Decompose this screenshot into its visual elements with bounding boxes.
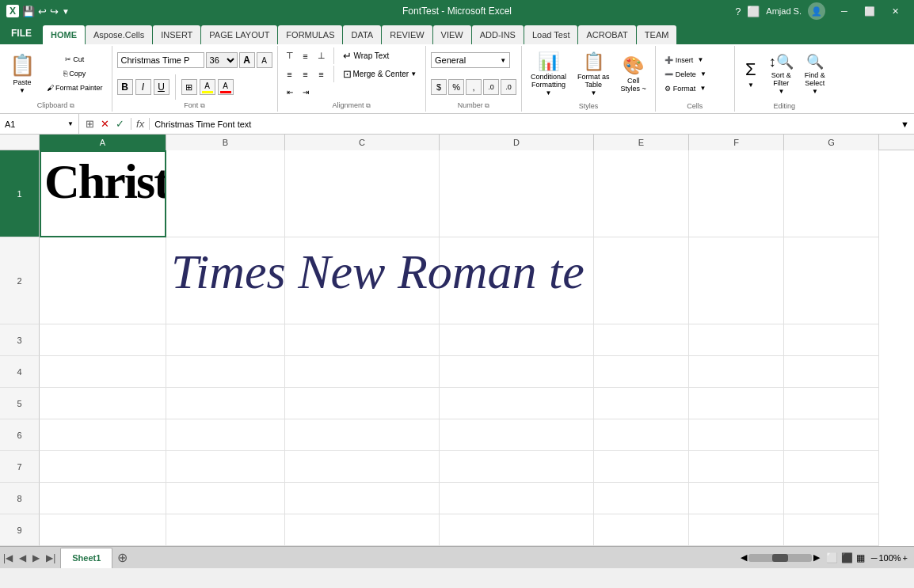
sheet-nav-first[interactable]: |◀ <box>0 552 16 563</box>
cell-b2[interactable]: Times New Roman te <box>166 237 285 324</box>
indent-increase-button[interactable]: ⇥ <box>299 85 313 99</box>
name-box[interactable]: A1 ▼ <box>0 114 79 134</box>
cell-d3[interactable] <box>440 324 594 356</box>
cell-c4[interactable] <box>285 356 440 388</box>
align-middle-button[interactable]: ≡ <box>299 49 313 63</box>
cell-b3[interactable] <box>166 324 285 356</box>
cell-styles-button[interactable]: 🎨 CellStyles ~ <box>617 51 650 98</box>
cell-g3[interactable] <box>784 324 879 356</box>
cell-e2[interactable] <box>594 237 689 324</box>
row-num-5[interactable]: 5 <box>0 388 40 419</box>
merge-center-button[interactable]: ⊡ Merge & Center ▼ <box>339 66 421 82</box>
format-painter-button[interactable]: 🖌Format Painter <box>43 82 107 94</box>
cell-e1[interactable] <box>594 150 689 237</box>
align-left-button[interactable]: ≡ <box>283 67 297 82</box>
cancel-formula-btn[interactable]: ✕ <box>99 118 111 130</box>
cell-f6[interactable] <box>689 419 784 451</box>
page-break-btn[interactable]: ▦ <box>856 552 865 563</box>
cell-b1[interactable] <box>166 150 285 237</box>
cell-a7[interactable] <box>40 451 166 483</box>
col-header-d[interactable]: D <box>440 135 594 150</box>
font-size-select[interactable]: 36 <box>206 52 238 68</box>
cell-f4[interactable] <box>689 356 784 388</box>
minimize-btn[interactable]: ─ <box>832 0 857 22</box>
tab-view[interactable]: VIEW <box>433 25 471 44</box>
sheet-nav-prev[interactable]: ◀ <box>16 552 29 563</box>
delete-dropdown[interactable]: ▼ <box>700 70 706 78</box>
zoom-in-btn[interactable]: + <box>903 553 908 563</box>
cell-b7[interactable] <box>166 451 285 483</box>
tab-loadtest[interactable]: Load Test <box>524 25 578 44</box>
col-header-a[interactable]: A <box>40 135 166 150</box>
tab-insert[interactable]: INSERT <box>153 25 200 44</box>
confirm-formula-btn[interactable]: ✓ <box>114 118 126 130</box>
cell-b4[interactable] <box>166 356 285 388</box>
row-num-4[interactable]: 4 <box>0 356 40 388</box>
col-header-g[interactable]: G <box>784 135 879 150</box>
wrap-text-button[interactable]: ↵ Wrap Text <box>339 47 394 64</box>
cell-a1[interactable]: Christmas Time Font text <box>40 150 166 237</box>
align-bottom-button[interactable]: ⊥ <box>314 49 329 63</box>
cell-g9[interactable] <box>784 514 879 546</box>
cell-d5[interactable] <box>440 388 594 419</box>
fill-color-button[interactable]: A <box>200 79 215 95</box>
tab-formulas[interactable]: FORMULAS <box>278 25 342 44</box>
quick-access-undo[interactable]: ↩ <box>38 6 47 17</box>
row-num-3[interactable]: 3 <box>0 324 40 356</box>
bold-button[interactable]: B <box>117 79 133 95</box>
col-header-e[interactable]: E <box>594 135 689 150</box>
decrease-decimal-button[interactable]: .0 <box>501 79 516 95</box>
col-header-f[interactable]: F <box>689 135 784 150</box>
decrease-font-button[interactable]: A <box>257 52 272 68</box>
percent-button[interactable]: % <box>448 79 464 95</box>
cell-a9[interactable] <box>40 514 166 546</box>
cell-g2[interactable] <box>784 237 879 324</box>
cell-d8[interactable] <box>440 483 594 514</box>
tab-team[interactable]: TEAM <box>637 25 677 44</box>
insert-dropdown[interactable]: ▼ <box>697 56 703 63</box>
zoom-out-btn[interactable]: ─ <box>871 553 878 563</box>
indent-decrease-button[interactable]: ⇤ <box>283 85 297 99</box>
cell-a4[interactable] <box>40 356 166 388</box>
cut-button[interactable]: ✂Cut <box>43 53 107 66</box>
cell-b5[interactable] <box>166 388 285 419</box>
name-box-dropdown[interactable]: ▼ <box>67 120 74 127</box>
cell-e9[interactable] <box>594 514 689 546</box>
cell-f7[interactable] <box>689 451 784 483</box>
cell-b9[interactable] <box>166 514 285 546</box>
format-as-table-button[interactable]: 📋 Format asTable ▼ <box>573 51 614 98</box>
cell-a5[interactable] <box>40 388 166 419</box>
cell-d6[interactable] <box>440 419 594 451</box>
cell-g5[interactable] <box>784 388 879 419</box>
tab-home[interactable]: HOME <box>43 25 85 44</box>
cell-c8[interactable] <box>285 483 440 514</box>
cell-e4[interactable] <box>594 356 689 388</box>
cell-e7[interactable] <box>594 451 689 483</box>
ribbon-toggle[interactable]: ⬜ <box>747 6 760 17</box>
italic-button[interactable]: I <box>135 79 151 95</box>
align-right-button[interactable]: ≡ <box>314 67 329 82</box>
quick-access-redo[interactable]: ↪ <box>50 6 59 17</box>
tab-acrobat[interactable]: ACROBAT <box>578 25 635 44</box>
cell-b8[interactable] <box>166 483 285 514</box>
cell-e5[interactable] <box>594 388 689 419</box>
align-center-button[interactable]: ≡ <box>299 67 313 82</box>
cell-d4[interactable] <box>440 356 594 388</box>
autosum-button[interactable]: Σ ▼ <box>740 51 762 98</box>
formula-input[interactable] <box>150 118 896 131</box>
cell-f3[interactable] <box>689 324 784 356</box>
cell-c9[interactable] <box>285 514 440 546</box>
normal-view-btn[interactable]: ⬜ <box>826 552 838 563</box>
delete-button[interactable]: ➖ Delete ▼ <box>661 68 710 81</box>
help-icon[interactable]: ? <box>735 6 741 17</box>
cell-a6[interactable] <box>40 419 166 451</box>
cell-c6[interactable] <box>285 419 440 451</box>
quick-access-save[interactable]: 💾 <box>22 6 35 17</box>
row-num-1[interactable]: 1 <box>0 150 40 237</box>
format-dropdown[interactable]: ▼ <box>699 85 706 92</box>
cell-d9[interactable] <box>440 514 594 546</box>
font-color-button[interactable]: A <box>218 79 234 95</box>
row-num-6[interactable]: 6 <box>0 419 40 451</box>
cell-e8[interactable] <box>594 483 689 514</box>
cell-f1[interactable] <box>689 150 784 237</box>
